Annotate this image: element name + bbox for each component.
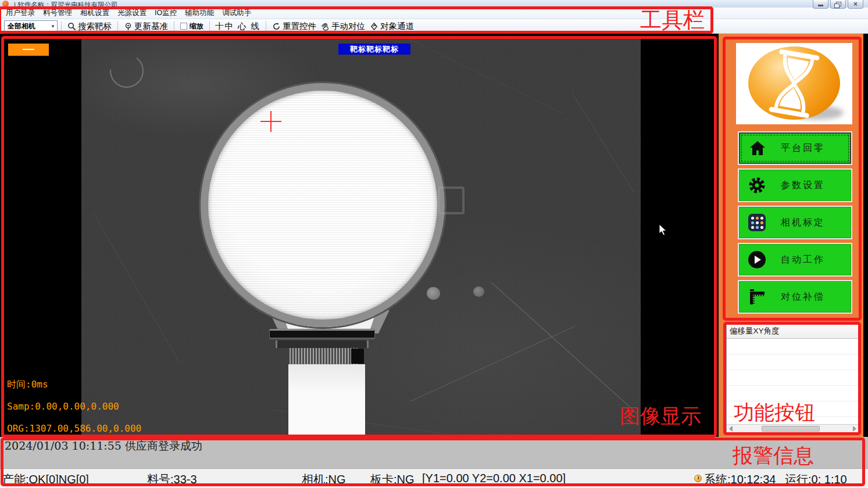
camera-select[interactable]: 全部相机 ▼: [4, 20, 58, 32]
zoom-checkbox[interactable]: 缩放: [178, 21, 206, 31]
crosshair-center-line-toggles[interactable]: 十中 心 线: [213, 21, 262, 32]
parameter-settings-label: 参数设置: [767, 180, 839, 192]
align-compensation-button[interactable]: 对位补偿: [739, 281, 851, 313]
camera-select-value: 全部相机: [8, 21, 35, 31]
function-panel: 平台回零 参数设置 相机标定 自动工作: [719, 34, 863, 439]
overlay-time: 时间:0ms: [7, 379, 48, 390]
target-label: 靶标靶标靶标: [338, 44, 410, 55]
surface-dot: [427, 287, 440, 300]
menu-item[interactable]: IO监控: [151, 7, 181, 19]
ruler-icon: [747, 287, 767, 307]
close-button[interactable]: ×: [848, 0, 863, 9]
app-icon: [2, 1, 9, 7]
pin-icon: [124, 22, 133, 31]
overlay-samp: Samp:0.00,0.00,0.000: [7, 401, 119, 412]
surface-square-mark: [438, 186, 465, 214]
search-target-label: 搜索靶标: [78, 21, 112, 32]
offset-list: 偏移量XY角度: [726, 324, 859, 434]
restore-icon: [836, 2, 841, 6]
toolbar-separator: [117, 21, 118, 32]
crosshair-marker: [270, 111, 272, 132]
scroll-right-icon[interactable]: [853, 426, 856, 432]
clock-icon: [694, 475, 702, 482]
status-part-no: 料号:33-3: [147, 472, 197, 487]
reset-controls-button[interactable]: 重置控件: [270, 20, 319, 33]
status-run-time: 运行:0: 1:10: [785, 472, 847, 487]
toolbar-separator: [61, 21, 62, 32]
parameter-settings-button[interactable]: 参数设置: [739, 170, 851, 201]
minimize-icon: [818, 5, 823, 6]
reset-controls-label: 重置控件: [283, 21, 316, 32]
menu-item[interactable]: 料号管理: [39, 7, 76, 19]
play-icon: [747, 250, 767, 270]
platform-home-button[interactable]: 平台回零: [739, 132, 851, 164]
offset-list-body[interactable]: [727, 339, 859, 424]
ribbon-chip: [351, 349, 364, 364]
alarm-section: 2024/01/03 10:11:55 供应商登录成功 产能:OK[0]NG[0…: [0, 437, 868, 488]
menu-bar: 用户登录料号管理相机设置光源设置IO监控辅助功能调试助手: [0, 8, 868, 19]
toolbar-separator: [209, 21, 210, 32]
update-baseline-label: 更新基准: [134, 21, 168, 32]
offset-list-header: 偏移量XY角度: [727, 324, 859, 339]
channel-icon: [370, 22, 378, 31]
menu-item[interactable]: 用户登录: [2, 7, 39, 19]
object-channel-label: 对象通道: [380, 21, 414, 32]
mouse-cursor: [659, 224, 668, 236]
overlay-org: ORG:1307.00,586.00,0.000: [7, 423, 141, 434]
status-board: 板卡:NG: [370, 472, 415, 487]
circular-panel: [201, 83, 445, 327]
menu-item[interactable]: 辅助功能: [181, 7, 218, 19]
toolbar: 全部相机 ▼ 搜索靶标 更新基准 缩放 十中 心 线 重置控件 手动对位: [0, 19, 868, 34]
status-capacity: 产能:OK[0]NG[0]: [2, 472, 89, 487]
toolbar-separator: [266, 21, 266, 32]
auto-work-label: 自动工作: [767, 254, 839, 266]
search-icon: [67, 22, 76, 31]
manual-align-label: 手动对位: [331, 21, 365, 32]
minimize-button[interactable]: [813, 0, 828, 9]
scroll-left-icon[interactable]: [729, 426, 733, 432]
align-compensation-label: 对位补偿: [767, 291, 839, 303]
image-overlay-stats: 时间:0ms Samp:0.00,0.00,0.000 ORG:1307.00,…: [7, 379, 141, 437]
hand-icon: [321, 22, 330, 31]
camera-calibration-button[interactable]: 相机标定: [739, 207, 851, 238]
home-icon: [748, 138, 767, 158]
application-window: | 软件名称：双翌光电科技有限公司 × 用户登录料号管理相机设置光源设置IO监控…: [0, 0, 868, 488]
status-camera: 相机:NG: [302, 472, 346, 487]
hourglass-logo: [736, 43, 852, 124]
calibration-grid-icon: [747, 213, 767, 232]
fpc-connector: [269, 329, 375, 339]
image-display-area[interactable]: 靶标靶标靶标 时间:0ms Samp:0.00,0.00,0.000 ORG:1…: [5, 38, 715, 437]
status-bar: 产能:OK[0]NG[0] 料号:33-3 相机:NG 板卡:NG [Y1=0.…: [0, 468, 868, 488]
ribbon-traces: [290, 348, 358, 364]
menu-item[interactable]: 相机设置: [76, 7, 113, 19]
surface-dot: [473, 286, 484, 297]
reset-icon: [272, 22, 281, 31]
camera-calibration-label: 相机标定: [767, 217, 839, 229]
log-message: 2024/01/03 10:11:55 供应商登录成功: [5, 439, 202, 454]
restore-button[interactable]: [830, 0, 846, 9]
camera-indicator-chip[interactable]: [8, 44, 49, 56]
object-channel-button[interactable]: 对象通道: [367, 20, 416, 33]
menu-item[interactable]: 调试助手: [218, 7, 255, 19]
gear-icon: [747, 175, 767, 195]
platform-home-label: 平台回零: [767, 142, 838, 155]
auto-work-button[interactable]: 自动工作: [739, 244, 851, 275]
close-icon: ×: [853, 1, 858, 8]
update-baseline-button[interactable]: 更新基准: [122, 20, 170, 33]
chevron-down-icon: ▼: [51, 24, 55, 29]
checkbox-icon: [180, 23, 187, 30]
scrollbar-thumb[interactable]: [762, 426, 820, 432]
flex-cable: [288, 364, 365, 437]
menu-item[interactable]: 光源设置: [113, 7, 151, 19]
horizontal-scrollbar[interactable]: [727, 424, 859, 433]
search-target-button[interactable]: 搜索靶标: [65, 20, 114, 33]
toolbar-separator: [174, 21, 174, 32]
fpc-connector-lower: [276, 340, 369, 348]
status-system-time: 系统:10:12:34: [704, 472, 776, 487]
zoom-checkbox-label: 缩放: [190, 21, 203, 31]
manual-align-button[interactable]: 手动对位: [319, 20, 367, 33]
status-coords: [Y1=0.00 Y2=0.00 X1=0.00]: [422, 472, 566, 485]
